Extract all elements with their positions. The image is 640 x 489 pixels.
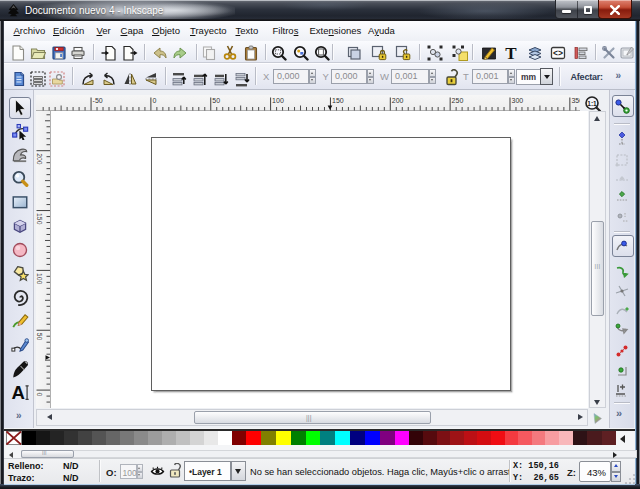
svg-text:0: 0 — [152, 97, 156, 104]
svg-text:T: T — [505, 45, 517, 61]
svg-text:100: 100 — [36, 273, 43, 285]
svg-text:100: 100 — [272, 97, 284, 104]
svg-text:200: 200 — [392, 97, 404, 104]
svg-text:50: 50 — [36, 333, 43, 341]
svg-text:150: 150 — [332, 97, 344, 104]
svg-text:150: 150 — [36, 213, 43, 225]
svg-text:350: 350 — [571, 97, 580, 104]
svg-text:250: 250 — [452, 97, 464, 104]
svg-text:A: A — [12, 383, 25, 401]
svg-text:-50: -50 — [93, 97, 103, 104]
svg-text:50: 50 — [212, 97, 220, 104]
svg-text:1:1: 1:1 — [587, 100, 597, 107]
svg-text:0: 0 — [36, 393, 43, 397]
svg-text:300: 300 — [512, 97, 524, 104]
svg-text:<>: <> — [553, 48, 563, 58]
svg-text:200: 200 — [36, 153, 43, 165]
